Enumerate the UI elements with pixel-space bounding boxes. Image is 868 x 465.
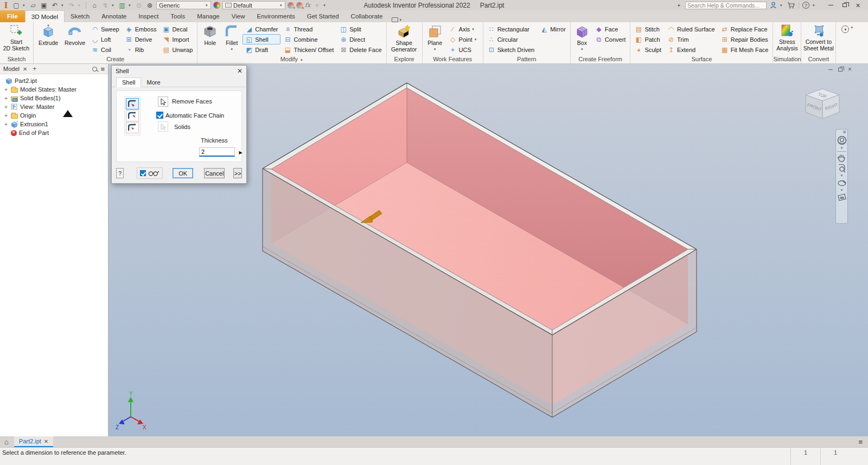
search-collapse-icon[interactable]: ▸ [678, 3, 682, 8]
qat-customize-dropdown-icon[interactable]: ▾ [323, 3, 327, 8]
tree-item-solid-bodies[interactable]: + Solid Bodies(1) [0, 94, 108, 102]
tab-tools[interactable]: Tools [164, 10, 191, 22]
browser-search-icon[interactable] [92, 67, 97, 72]
expand-dialog-button[interactable]: >> [233, 168, 242, 178]
panel-pattern-label[interactable]: Pattern [483, 55, 570, 63]
redo-icon[interactable]: ↷ [67, 1, 76, 9]
sign-in-user-icon[interactable] [770, 2, 777, 9]
doc-close-icon[interactable]: × [848, 66, 852, 73]
derive-button[interactable]: Derive [123, 34, 159, 44]
freeform-box-dropdown-icon[interactable]: ▾ [580, 47, 584, 51]
split-button[interactable]: Split [337, 24, 384, 34]
close-button[interactable]: × [851, 1, 865, 10]
direct-button[interactable]: Direct [337, 34, 384, 44]
home-tab-icon[interactable]: ⌂ [4, 438, 9, 446]
appearance-wheel-icon[interactable]: ⊛ [145, 1, 154, 9]
modify-panel-dropdown-icon[interactable]: ▾ [299, 56, 303, 64]
emboss-button[interactable]: Emboss [123, 24, 159, 34]
tab-collaborate[interactable]: Collaborate [345, 10, 389, 22]
undo-dropdown-icon[interactable]: ▾ [61, 3, 65, 8]
browser-menu-icon[interactable]: ≡ [100, 65, 105, 73]
shell-dialog[interactable]: Shell ✕ Shell More Remove Faces [111, 65, 247, 184]
tab-inspect[interactable]: Inspect [132, 10, 164, 22]
tab-get-started[interactable]: Get Started [301, 10, 345, 22]
panel-convert-label[interactable]: Convert [801, 55, 835, 63]
minimize-button[interactable] [824, 1, 838, 10]
convert-sheet-metal-button[interactable]: Convert to Sheet Metal [803, 23, 834, 55]
tree-item-view-master[interactable]: + View: Master [0, 102, 108, 111]
sweep-button[interactable]: Sweep [88, 24, 122, 34]
document-tab-close-icon[interactable]: ✕ [44, 438, 48, 444]
panel-work-features-label[interactable]: Work Features [423, 55, 483, 63]
tree-item-extrusion1[interactable]: + Extrusion1 [0, 120, 108, 128]
new-file-icon[interactable]: ▢ [12, 1, 21, 9]
tab-file[interactable]: File [0, 10, 25, 22]
delete-face-button[interactable]: Delete Face [337, 44, 384, 55]
combine-button[interactable]: Combine [281, 34, 336, 44]
tab-list-menu-icon[interactable]: ≡ [858, 438, 863, 446]
color-wheel-icon[interactable] [213, 2, 220, 9]
start-2d-sketch-button[interactable]: Start 2D Sketch [2, 23, 31, 55]
update-dropdown-icon[interactable]: ▾ [129, 3, 132, 8]
loft-button[interactable]: Loft [88, 34, 122, 44]
panel-surface-label[interactable]: Surface [630, 55, 773, 63]
expand-icon[interactable]: + [3, 113, 9, 119]
point-dropdown-icon[interactable]: ▾ [475, 37, 478, 42]
shell-tab[interactable]: Shell [116, 78, 141, 87]
chamfer-button[interactable]: Chamfer [242, 24, 280, 34]
new-file-dropdown-icon[interactable]: ▾ [23, 3, 27, 8]
shell-outside-button[interactable] [126, 110, 139, 121]
tree-item-model-states[interactable]: + Model States: Master [0, 85, 108, 94]
expand-icon[interactable]: + [3, 121, 9, 127]
adjust-clear-icon[interactable]: × [296, 2, 303, 9]
extrude-button[interactable]: Extrude [35, 23, 61, 55]
tab-view[interactable]: View [226, 10, 251, 22]
draft-button[interactable]: Draft [242, 44, 280, 55]
tab-annotate[interactable]: Annotate [95, 10, 132, 22]
freeform-face-button[interactable]: Face [592, 24, 629, 34]
orbit-dropdown-icon[interactable]: ▼ [840, 189, 844, 192]
panel-explore-label[interactable]: Explore [387, 55, 422, 63]
thread-button[interactable]: Thread [281, 24, 336, 34]
ribbon-display-options[interactable]: ▾ [392, 17, 403, 22]
unwrap-button[interactable]: Unwrap [159, 44, 195, 55]
open-file-icon[interactable]: ▱ [29, 1, 37, 9]
save-icon[interactable]: ▣ [40, 1, 48, 9]
fit-mesh-face-button[interactable]: Fit Mesh Face [718, 44, 771, 55]
sketch-driven-button[interactable]: Sketch Driven [485, 44, 537, 55]
circular-pattern-button[interactable]: Circular [485, 34, 537, 44]
more-tab[interactable]: More [141, 78, 165, 87]
tree-item-part[interactable]: Part2.ipt [0, 76, 108, 85]
doc-restore-icon[interactable] [838, 68, 843, 72]
help-search-box[interactable]: Search Help & Commands... [685, 2, 767, 9]
thickness-flyout-icon[interactable]: ▶ [237, 148, 244, 156]
ribbon-minimize-icon[interactable]: ▼ [841, 25, 849, 33]
expand-icon[interactable]: + [3, 104, 9, 110]
extend-button[interactable]: Extend [665, 44, 718, 55]
point-button[interactable]: Point▾ [446, 34, 481, 44]
adjust-add-icon[interactable]: + [288, 2, 294, 9]
replace-face-button[interactable]: Replace Face [718, 24, 771, 34]
patch-button[interactable]: Patch [632, 34, 664, 44]
tab-3d-model[interactable]: 3D Model [25, 10, 65, 22]
navwheel-dropdown-icon[interactable]: ▼ [840, 147, 844, 150]
shape-generator-button[interactable]: Shape Generator [388, 23, 420, 55]
coil-button[interactable]: Coil [88, 44, 122, 55]
panel-simulation-label[interactable]: Simulation [773, 55, 801, 63]
remove-faces-select-button[interactable] [158, 96, 168, 107]
document-tab-part2[interactable]: Part2.ipt ✕ [14, 436, 53, 447]
freeform-convert-button[interactable]: Convert [592, 34, 629, 44]
undo-icon[interactable]: ↶ [50, 1, 59, 9]
tree-item-origin[interactable]: + Origin [0, 111, 108, 120]
repair-bodies-button[interactable]: Repair Bodies [718, 34, 771, 44]
fillet-dropdown-icon[interactable]: ▾ [230, 47, 234, 51]
ribbon-minimize-control[interactable]: ▼ ▾ [841, 22, 854, 63]
ruled-surface-button[interactable]: Ruled Surface [665, 24, 718, 34]
trim-button[interactable]: Trim [665, 34, 718, 44]
user-dropdown-icon[interactable]: ▾ [780, 3, 784, 8]
plane-button[interactable]: Plane ▾ [424, 23, 446, 55]
auto-face-chain-checkbox[interactable] [156, 112, 163, 119]
axis-dropdown-icon[interactable]: ▾ [472, 27, 476, 31]
zoom-icon[interactable] [838, 164, 846, 173]
browser-add-tab-icon[interactable]: + [33, 65, 36, 73]
